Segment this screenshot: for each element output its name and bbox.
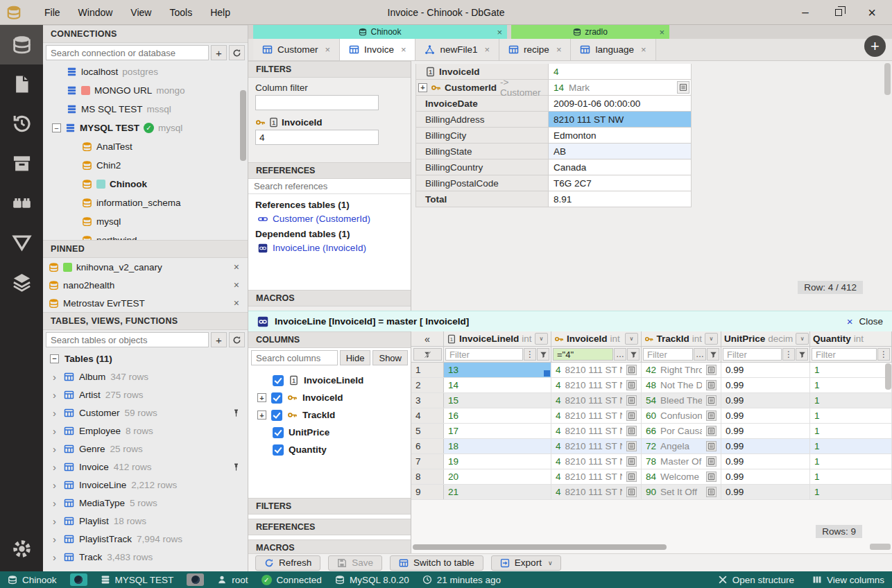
connection-item[interactable]: localhost postgres	[43, 62, 248, 81]
tab[interactable]: newFile1 ×	[415, 39, 499, 60]
column-dropdown-button[interactable]: ∨	[625, 333, 638, 345]
clear-filters-button[interactable]	[413, 348, 442, 361]
switch-to-table-button[interactable]: Switch to table	[390, 555, 483, 571]
menu-item[interactable]: File	[35, 4, 69, 21]
form-scrollbar[interactable]	[884, 63, 891, 95]
table-item[interactable]: › Playlist 18 rows	[43, 512, 248, 530]
menu-item[interactable]: View	[121, 4, 160, 21]
connection-item[interactable]: Chin2	[43, 156, 248, 175]
open-reference-form-button[interactable]	[626, 441, 637, 451]
form-field-value-cell[interactable]: AB	[549, 144, 692, 159]
pinned-item[interactable]: Metrostav EvrTEST ×	[43, 294, 248, 308]
close-tab-icon[interactable]: ×	[641, 44, 646, 55]
table-item[interactable]: › Customer 59 rows	[43, 404, 248, 422]
menu-item[interactable]: Tools	[160, 4, 201, 21]
show-columns-button[interactable]: Show	[372, 350, 408, 365]
funnel-icon[interactable]	[707, 348, 719, 361]
invoiceid-cell[interactable]: 4 8210 111 ST NW	[551, 469, 642, 484]
maximize-button[interactable]	[832, 6, 845, 19]
quantity-cell[interactable]: 1	[810, 363, 892, 377]
invoiceid-cell[interactable]: 4 8210 111 ST NW	[551, 439, 642, 453]
expand-box[interactable]: +	[418, 83, 427, 92]
invoiceid-cell[interactable]: 4 8210 111 ST NW	[551, 363, 642, 377]
unitprice-cell[interactable]: 0.99	[721, 408, 810, 423]
table-item[interactable]: › Artist 275 rows	[43, 386, 248, 404]
form-row[interactable]: InvoiceId 4	[415, 64, 892, 80]
column-dropdown-button[interactable]: ∨	[796, 333, 809, 345]
unitprice-cell[interactable]: 0.99	[721, 454, 810, 469]
open-reference-form-button[interactable]	[706, 410, 717, 421]
view-columns-button[interactable]: View columns	[812, 575, 884, 585]
connection-item[interactable]: MONGO URL mongo	[43, 81, 248, 100]
tables-search-input[interactable]	[46, 332, 209, 347]
add-table-button[interactable]: +	[211, 332, 227, 347]
unpin-close-icon[interactable]: ×	[234, 279, 239, 291]
expand-box[interactable]: +	[257, 393, 266, 402]
filter-menu-button[interactable]: ⋮	[524, 348, 536, 361]
invoicelineid-cell[interactable]: 14	[444, 378, 551, 392]
trackid-cell[interactable]: 84 Welcome Ho	[642, 469, 721, 484]
new-connection-plus-button[interactable]: +	[864, 35, 886, 57]
connection-item[interactable]: − MYSQL TEST ✓ mysql	[43, 119, 248, 137]
table-item[interactable]: › Track 3,483 rows	[43, 548, 248, 566]
pinned-item[interactable]: nano2health ×	[43, 276, 248, 294]
statusbar-database[interactable]: Chinook	[8, 575, 57, 585]
dependent-link-invoiceline[interactable]: InvoiceLine (InvoiceId)	[258, 243, 404, 253]
quantity-cell[interactable]: 1	[810, 454, 892, 469]
form-row[interactable]: Total 8.91	[415, 191, 892, 207]
hide-columns-button[interactable]: Hide	[340, 350, 371, 365]
column-checkbox-row[interactable]: Quantity	[248, 441, 411, 458]
database-nav-icon[interactable]	[0, 25, 43, 64]
open-reference-form-button[interactable]	[626, 426, 637, 436]
selection-drag-handle[interactable]	[544, 370, 550, 377]
chevron-right-icon[interactable]: ›	[53, 389, 59, 401]
export-button[interactable]: Export ∨	[491, 555, 562, 571]
tab-group-chinook[interactable]: Chinook ×	[253, 25, 507, 39]
invoicelineid-cell[interactable]: 17	[444, 424, 551, 438]
form-field-value-cell[interactable]: Canada	[549, 159, 692, 175]
grid-row[interactable]: 8 20 4 8210 111 ST NW 84	[411, 469, 892, 485]
form-field-value-cell[interactable]: 8.91	[549, 191, 692, 207]
minimize-button[interactable]: –	[799, 6, 812, 19]
column-header-unitprice[interactable]: UnitPrice decim ∨	[721, 331, 810, 346]
column-dropdown-button[interactable]: ∨	[535, 333, 548, 345]
collapse-expand-box[interactable]: −	[52, 123, 61, 132]
open-reference-form-button[interactable]	[706, 395, 717, 406]
grid-row[interactable]: 7 19 4 8210 111 ST NW 78	[411, 454, 892, 469]
form-row[interactable]: BillingCountry Canada	[415, 159, 892, 175]
connection-item[interactable]: MS SQL TEST mssql	[43, 100, 248, 119]
column-checkbox-row[interactable]: + TrackId	[248, 406, 411, 424]
quantity-cell[interactable]: 1	[810, 485, 892, 499]
close-tab-icon[interactable]: ×	[485, 44, 490, 55]
unpin-close-icon[interactable]: ×	[234, 261, 239, 273]
invoicelineid-cell[interactable]: 21	[444, 485, 551, 499]
open-reference-form-button[interactable]	[626, 395, 637, 406]
open-reference-form-button[interactable]	[626, 365, 637, 375]
grid-row[interactable]: 4 16 4 8210 111 ST NW 60	[411, 408, 892, 424]
invoiceid-cell[interactable]: 4 8210 111 ST NW	[551, 454, 642, 469]
tables-group-row[interactable]: − Tables (11)	[43, 349, 248, 368]
filter-menu-button[interactable]: ⋮	[782, 348, 795, 361]
connection-color-icon[interactable]	[187, 573, 204, 586]
trackid-cell[interactable]: 48 Not The Doc	[642, 378, 721, 392]
open-reference-form-button[interactable]	[706, 380, 717, 390]
filter-input[interactable]: Filter	[643, 348, 693, 361]
tab[interactable]: language ×	[571, 39, 655, 60]
row-number-cell[interactable]: 4	[411, 408, 444, 423]
invoicelineid-cell[interactable]: 20	[444, 469, 551, 484]
open-reference-form-button[interactable]	[626, 380, 637, 390]
table-item[interactable]: › PlaylistTrack 7,994 rows	[43, 530, 248, 548]
connection-item[interactable]: Chinook	[43, 175, 248, 193]
unitprice-cell[interactable]: 0.99	[721, 469, 810, 484]
chevron-right-icon[interactable]: ›	[53, 407, 59, 419]
invoiceid-cell[interactable]: 4 8210 111 ST NW	[551, 408, 642, 423]
column-checkbox-row[interactable]: + InvoiceId	[248, 389, 411, 406]
archive-nav-icon[interactable]	[0, 144, 43, 183]
column-checkbox-row[interactable]: UnitPrice	[248, 424, 411, 441]
column-header-invoiceid[interactable]: InvoiceId int ∨	[551, 331, 642, 346]
form-field-value-cell[interactable]: T6G 2C7	[549, 175, 692, 191]
grid-row[interactable]: 1 13 4 8210 111 ST NW 42	[411, 363, 892, 378]
funnel-icon[interactable]	[537, 348, 549, 361]
funnel-icon[interactable]	[796, 348, 808, 361]
filter-menu-button[interactable]: …	[694, 348, 706, 361]
